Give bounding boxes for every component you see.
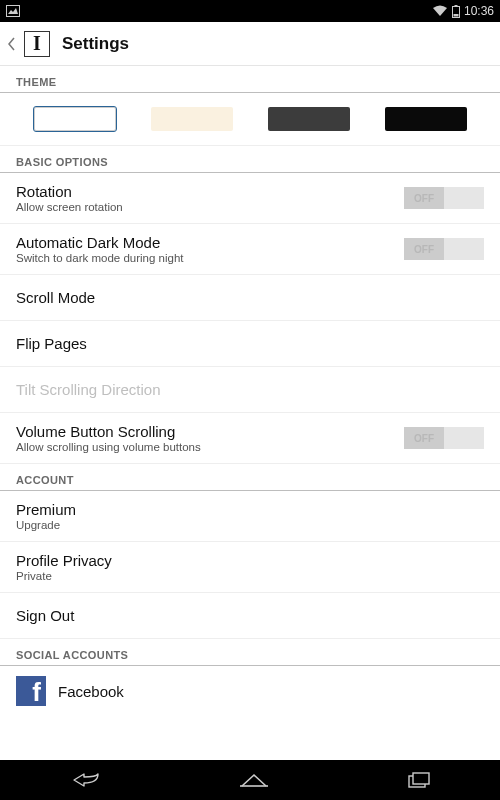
toggle-volume-scrolling[interactable]: OFF [404,427,484,449]
row-subtitle: Allow scrolling using volume buttons [16,441,201,453]
nav-home-button[interactable] [239,771,269,789]
row-scroll-mode[interactable]: Scroll Mode [0,275,500,321]
row-title: Rotation [16,183,123,200]
toggle-knob: OFF [404,427,444,449]
row-subtitle: Allow screen rotation [16,201,123,213]
status-time: 10:36 [464,4,494,18]
facebook-icon [16,676,46,706]
row-tilt-scrolling: Tilt Scrolling Direction [0,367,500,413]
nav-recent-button[interactable] [406,771,432,789]
android-nav-bar [0,760,500,800]
nav-back-button[interactable] [68,771,102,789]
section-header-account: ACCOUNT [0,464,500,491]
section-header-social: SOCIAL ACCOUNTS [0,639,500,666]
row-premium[interactable]: Premium Upgrade [0,491,500,542]
row-auto-dark-mode[interactable]: Automatic Dark Mode Switch to dark mode … [0,224,500,275]
row-title: Tilt Scrolling Direction [16,381,161,398]
row-title: Volume Button Scrolling [16,423,201,440]
toggle-rotation[interactable]: OFF [404,187,484,209]
toggle-knob: OFF [404,187,444,209]
app-logo: I [24,31,50,57]
toggle-dark-mode[interactable]: OFF [404,238,484,260]
row-subtitle: Upgrade [16,519,76,531]
wifi-icon [432,5,448,17]
section-header-theme: THEME [0,66,500,93]
row-subtitle: Private [16,570,112,582]
page-title: Settings [62,34,129,54]
row-title: Automatic Dark Mode [16,234,183,251]
theme-swatch-dark[interactable] [268,107,350,131]
theme-swatch-black[interactable] [385,107,467,131]
row-title: Flip Pages [16,335,87,352]
svg-rect-6 [413,773,429,784]
row-volume-scrolling[interactable]: Volume Button Scrolling Allow scrolling … [0,413,500,464]
status-bar: 10:36 [0,0,500,22]
row-sign-out[interactable]: Sign Out [0,593,500,639]
row-title: Scroll Mode [16,289,95,306]
row-subtitle: Switch to dark mode during night [16,252,183,264]
battery-icon [452,5,460,18]
theme-swatch-sepia[interactable] [151,107,233,131]
theme-swatch-row [0,93,500,146]
row-flip-pages[interactable]: Flip Pages [0,321,500,367]
row-rotation[interactable]: Rotation Allow screen rotation OFF [0,173,500,224]
row-title: Sign Out [16,607,74,624]
gallery-icon [6,5,20,17]
action-bar: I Settings [0,22,500,66]
row-title: Premium [16,501,76,518]
svg-rect-3 [453,14,458,17]
row-title: Profile Privacy [16,552,112,569]
svg-rect-0 [7,6,20,17]
section-header-basic: BASIC OPTIONS [0,146,500,173]
toggle-knob: OFF [404,238,444,260]
back-button[interactable] [6,36,18,52]
row-profile-privacy[interactable]: Profile Privacy Private [0,542,500,593]
row-facebook[interactable]: Facebook [0,666,500,716]
theme-swatch-white[interactable] [34,107,116,131]
social-label: Facebook [58,683,124,700]
settings-content: THEME BASIC OPTIONS Rotation Allow scree… [0,66,500,760]
